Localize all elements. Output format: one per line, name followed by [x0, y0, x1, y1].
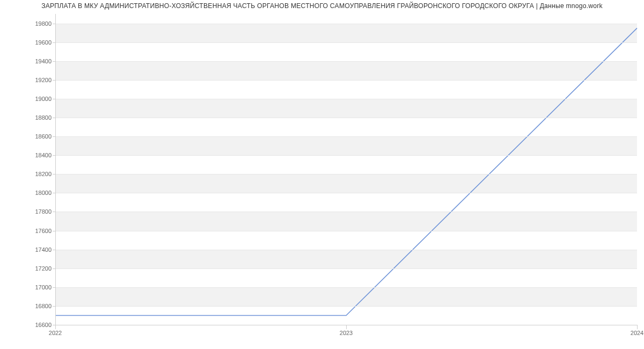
x-tick-label: 2022 [49, 330, 62, 336]
y-tick [53, 306, 55, 307]
y-gridline [55, 61, 637, 62]
y-tick-label: 19600 [3, 39, 52, 46]
y-axis-line [55, 14, 56, 325]
y-gridline [55, 80, 637, 81]
y-gridline [55, 193, 637, 193]
y-tick-label: 19800 [3, 20, 52, 27]
y-gridline [55, 99, 637, 99]
series-line [55, 28, 637, 315]
y-tick-label: 18000 [3, 190, 52, 196]
y-tick-label: 18400 [3, 152, 52, 158]
y-tick [53, 136, 55, 137]
plot-area [55, 14, 637, 325]
y-tick-label: 17800 [3, 208, 52, 215]
y-tick-label: 16600 [3, 322, 52, 328]
y-tick [53, 287, 55, 288]
y-gridline [55, 212, 637, 212]
x-tick [55, 325, 56, 329]
y-tick-label: 18800 [3, 114, 52, 121]
chart-title: ЗАРПЛАТА В МКУ АДМИНИСТРАТИВНО-ХОЗЯЙСТВЕ… [0, 2, 644, 10]
y-tick [53, 174, 55, 174]
x-tick-label: 2023 [340, 330, 353, 336]
y-tick [53, 80, 55, 81]
y-tick [53, 42, 55, 43]
y-tick-label: 19200 [3, 77, 52, 83]
x-tick-label: 2024 [631, 330, 643, 336]
y-gridline [55, 268, 637, 269]
chart-container: ЗАРПЛАТА В МКУ АДМИНИСТРАТИВНО-ХОЗЯЙСТВЕ… [0, 0, 644, 349]
y-tick-label: 16800 [3, 303, 52, 309]
y-tick [53, 118, 55, 118]
y-tick [53, 212, 55, 212]
y-gridline [55, 174, 637, 174]
y-tick [53, 155, 55, 156]
y-tick-label: 17400 [3, 246, 52, 253]
y-tick [53, 24, 55, 24]
y-tick-label: 17000 [3, 284, 52, 290]
y-tick-label: 17600 [3, 228, 52, 234]
x-tick [346, 325, 347, 329]
y-gridline [55, 118, 637, 118]
y-gridline [55, 250, 637, 250]
y-tick [53, 193, 55, 193]
y-tick-label: 18200 [3, 171, 52, 177]
y-tick [53, 250, 55, 250]
y-gridline [55, 306, 637, 307]
y-gridline [55, 287, 637, 288]
y-gridline [55, 231, 637, 231]
y-tick-label: 18600 [3, 133, 52, 140]
y-gridline [55, 136, 637, 137]
y-tick [53, 61, 55, 62]
x-tick [637, 325, 638, 329]
y-tick [53, 231, 55, 231]
y-tick-label: 19400 [3, 58, 52, 64]
y-tick-label: 17200 [3, 265, 52, 272]
y-tick-label: 19000 [3, 96, 52, 102]
y-tick [53, 99, 55, 99]
y-gridline [55, 155, 637, 156]
y-tick [53, 268, 55, 269]
y-gridline [55, 24, 637, 24]
y-gridline [55, 42, 637, 43]
